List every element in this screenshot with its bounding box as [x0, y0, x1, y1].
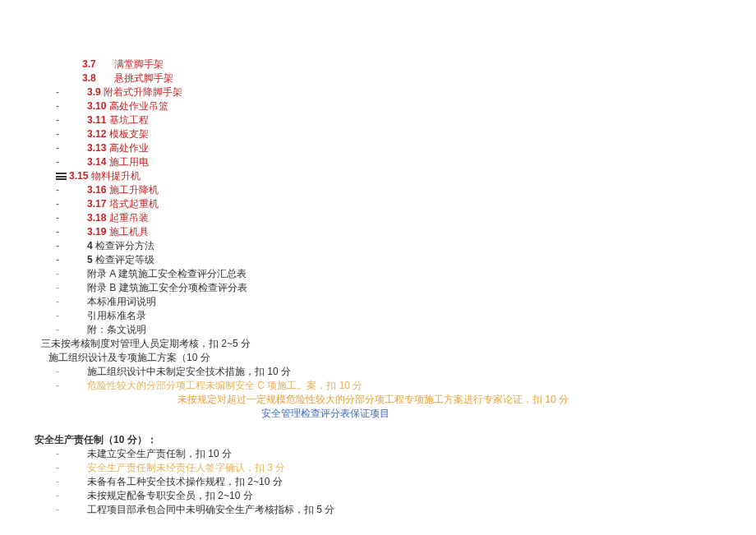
toc-item: -3.13 高处作业	[35, 141, 740, 155]
paragraph: 三未按考核制度对管理人员定期考核，扣 2~5 分	[35, 337, 740, 350]
spacer	[35, 421, 740, 432]
toc-item: -3.9 附着式升降脚手架	[35, 85, 740, 99]
section-heading: 安全管理检查评分表保证项目	[35, 407, 740, 420]
paragraph: 施工组织设计及专项施工方案（10 分	[35, 351, 740, 364]
toc-item: -3.14 施工用电	[35, 155, 740, 168]
list-item: -未建立安全生产责任制，扣 10 分	[35, 447, 740, 460]
toc-item: -本标准用词说明	[35, 295, 740, 308]
toc-item: -3.12 模板支架	[35, 127, 740, 141]
toc-item: -附录 B 建筑施工安全分项检查评分表	[35, 281, 740, 294]
toc-item: -3.18 起重吊装	[35, 211, 740, 224]
paragraph: -施工组织设计中未制定安全技术措施，扣 10 分	[35, 365, 740, 378]
toc-item: -3.16 施工升降机	[35, 183, 740, 196]
toc-item: -附录 A 建筑施工安全检查评分汇总表	[35, 267, 740, 280]
toc-item: 3.8悬挑式脚手架	[35, 71, 740, 85]
list-item: -未按规定配备专职安全员，扣 2~10 分	[35, 489, 740, 502]
toc-item: -3.10 高处作业吊篮	[35, 99, 740, 113]
document-page: 3.7满堂脚手架 3.8悬挑式脚手架 -3.9 附着式升降脚手架 -3.10 高…	[0, 0, 756, 533]
list-item: -安全生产责任制未经责任人签字确认，扣 3 分	[35, 461, 740, 474]
toc-item: -3.11 基坑工程	[35, 113, 740, 127]
paragraph: -危险性较大的分部分项工程未编制安全 C 项施工。案，扣 10 分	[35, 379, 740, 392]
paragraph: 未按规定对超过一定规模危险性较大的分部分项工程专项施工方案进行专家论证，扣 10…	[35, 393, 740, 406]
toc-item: 3.7满堂脚手架	[35, 58, 740, 71]
toc-item: -3.19 施工机具	[35, 225, 740, 238]
toc-item: 3.15 物料提升机	[35, 169, 740, 182]
hamburger-icon	[56, 172, 67, 182]
toc-item: -引用标准名录	[35, 309, 740, 322]
toc-item: -附：条文说明	[35, 323, 740, 336]
toc-item: -3.17 塔式起重机	[35, 197, 740, 210]
toc-item: -4 检查评分方法	[35, 239, 740, 252]
section-heading: 安全生产责任制（10 分）：	[35, 433, 740, 446]
toc-item: -5 检查评定等级	[35, 253, 740, 266]
list-item: -工程项目部承包合同中未明确安全生产考核指标，扣 5 分	[35, 503, 740, 516]
list-item: -未备有各工种安全技术操作规程，扣 2~10 分	[35, 475, 740, 488]
